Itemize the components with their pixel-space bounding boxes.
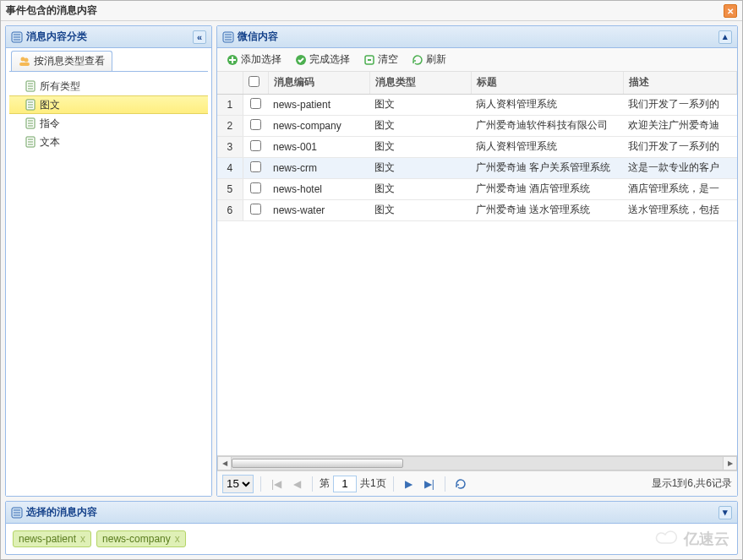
category-panel-header: 消息内容分类 « xyxy=(6,26,211,48)
category-tabbar: 按消息类型查看 xyxy=(9,52,208,72)
svg-rect-6 xyxy=(19,63,30,66)
col-type[interactable]: 消息类型 xyxy=(369,72,471,94)
clear-button-label: 清空 xyxy=(378,52,398,67)
tree-node-label: 所有类型 xyxy=(40,79,80,94)
total-pages: 共1页 xyxy=(360,476,386,491)
collapse-left-icon[interactable]: « xyxy=(193,30,206,44)
doc-icon xyxy=(25,117,36,129)
cell-type: 图文 xyxy=(369,199,471,220)
done-button[interactable]: 完成选择 xyxy=(289,51,356,69)
check-icon xyxy=(295,54,307,66)
plus-icon xyxy=(227,54,238,66)
row-checkbox[interactable] xyxy=(250,182,261,193)
cell-title: 病人资料管理系统 xyxy=(471,94,623,115)
tag-label: news-patient xyxy=(19,533,76,545)
cell-desc: 欢迎关注广州爱奇迪 xyxy=(623,115,737,136)
selected-tags: news-patientxnews-companyx xyxy=(6,524,737,554)
select-all-checkbox[interactable] xyxy=(249,76,260,87)
col-code[interactable]: 消息编码 xyxy=(268,72,369,94)
last-page-button[interactable]: ▶| xyxy=(421,476,438,492)
watermark: 亿速云 xyxy=(655,529,729,549)
row-checkbox[interactable] xyxy=(250,161,261,172)
category-panel: 消息内容分类 « 按消息类型查看 所有类型图文指令文本 xyxy=(5,25,212,497)
separator xyxy=(393,476,394,492)
cell-code: news-company xyxy=(268,115,369,136)
page-input[interactable] xyxy=(333,476,357,492)
tag-label: news-company xyxy=(102,533,171,545)
selected-panel: 选择的消息内容 ▾ news-patientxnews-companyx xyxy=(5,501,738,555)
tree-node[interactable]: 所有类型 xyxy=(9,77,208,95)
toolbar: 添加选择 完成选择 清空 刷新 xyxy=(217,48,737,72)
refresh-button-label: 刷新 xyxy=(426,52,446,67)
reload-button[interactable] xyxy=(452,476,469,492)
category-panel-title: 消息内容分类 xyxy=(26,30,87,44)
collapse-up-icon[interactable]: ▴ xyxy=(718,30,732,44)
tab-by-type[interactable]: 按消息类型查看 xyxy=(11,51,112,71)
doc-icon xyxy=(25,99,36,111)
close-icon[interactable]: ✕ xyxy=(724,4,737,18)
dialog-window: 事件包含的消息内容 ✕ 消息内容分类 « 按消息类型查看 xyxy=(0,0,743,560)
window-body: 消息内容分类 « 按消息类型查看 所有类型图文指令文本 xyxy=(1,21,742,559)
page-label-prefix: 第 xyxy=(320,476,330,491)
table-row[interactable]: 5news-hotel图文广州爱奇迪 酒店管理系统酒店管理系统，是一 xyxy=(217,178,737,199)
table-row[interactable]: 6news-water图文广州爱奇迪 送水管理系统送水管理系统，包括 xyxy=(217,199,737,220)
refresh-button[interactable]: 刷新 xyxy=(406,51,452,69)
prev-page-button[interactable]: ◀ xyxy=(288,476,305,492)
row-checkbox[interactable] xyxy=(250,204,261,215)
tree-node[interactable]: 指令 xyxy=(9,114,208,133)
tree-node-label: 图文 xyxy=(40,98,60,112)
selected-panel-title: 选择的消息内容 xyxy=(26,505,97,519)
pager: 15 |◀ ◀ 第 共1页 ▶ ▶| 显示1到6,共6记录 xyxy=(217,470,737,496)
table-row[interactable]: 3news-001图文病人资料管理系统我们开发了一系列的 xyxy=(217,136,737,157)
table-row[interactable]: 2news-company图文广州爱奇迪软件科技有限公司欢迎关注广州爱奇迪 xyxy=(217,115,737,136)
row-number: 3 xyxy=(217,136,243,157)
row-checkbox-cell xyxy=(243,94,268,115)
scroll-left-icon[interactable]: ◀ xyxy=(217,456,232,470)
window-titlebar: 事件包含的消息内容 ✕ xyxy=(1,1,742,21)
selected-tag[interactable]: news-companyx xyxy=(96,530,186,547)
tree-node[interactable]: 文本 xyxy=(9,133,208,151)
selected-tag[interactable]: news-patientx xyxy=(13,530,91,547)
collapse-down-icon[interactable]: ▾ xyxy=(718,506,732,519)
app-icon xyxy=(11,31,23,43)
cell-type: 图文 xyxy=(369,136,471,157)
tag-remove-icon[interactable]: x xyxy=(175,533,180,545)
table-row[interactable]: 4news-crm图文广州爱奇迪 客户关系管理系统这是一款专业的客户 xyxy=(217,157,737,178)
page-size-select[interactable]: 15 xyxy=(222,475,254,493)
category-panel-body: 按消息类型查看 所有类型图文指令文本 xyxy=(6,48,211,496)
tree-node[interactable]: 图文 xyxy=(9,95,208,114)
clear-button[interactable]: 清空 xyxy=(358,51,404,69)
add-button[interactable]: 添加选择 xyxy=(221,51,287,69)
app-icon xyxy=(222,31,234,43)
row-number: 4 xyxy=(217,157,243,178)
watermark-text: 亿速云 xyxy=(684,529,729,549)
next-page-button[interactable]: ▶ xyxy=(401,476,418,492)
table-row[interactable]: 1news-patient图文病人资料管理系统我们开发了一系列的 xyxy=(217,94,737,115)
cell-type: 图文 xyxy=(369,94,471,115)
cell-desc: 送水管理系统，包括 xyxy=(623,199,737,220)
col-desc[interactable]: 描述 xyxy=(623,72,737,94)
app-icon xyxy=(11,507,23,519)
scroll-track[interactable] xyxy=(232,456,723,470)
cell-code: news-water xyxy=(268,199,369,220)
first-page-button[interactable]: |◀ xyxy=(268,476,285,492)
grid: 消息编码 消息类型 标题 描述 1news-patient图文病人资料管理系统我… xyxy=(217,72,737,455)
row-checkbox[interactable] xyxy=(250,119,261,130)
row-checkbox-cell xyxy=(243,157,268,178)
tag-remove-icon[interactable]: x xyxy=(80,533,85,545)
cell-title: 广州爱奇迪 客户关系管理系统 xyxy=(471,157,623,178)
row-checkbox-cell xyxy=(243,115,268,136)
col-rownum xyxy=(217,72,243,94)
row-checkbox[interactable] xyxy=(250,140,261,151)
scroll-right-icon[interactable]: ▶ xyxy=(723,456,737,470)
grid-table: 消息编码 消息类型 标题 描述 1news-patient图文病人资料管理系统我… xyxy=(217,72,737,221)
separator xyxy=(260,476,261,492)
col-title[interactable]: 标题 xyxy=(471,72,623,94)
scroll-thumb[interactable] xyxy=(232,459,403,468)
grid-header-row: 消息编码 消息类型 标题 描述 xyxy=(217,72,737,94)
pager-summary: 显示1到6,共6记录 xyxy=(652,476,732,491)
row-checkbox-cell xyxy=(243,178,268,199)
horizontal-scrollbar[interactable]: ◀ ▶ xyxy=(217,455,737,470)
row-checkbox[interactable] xyxy=(250,98,261,109)
doc-icon xyxy=(25,80,36,92)
